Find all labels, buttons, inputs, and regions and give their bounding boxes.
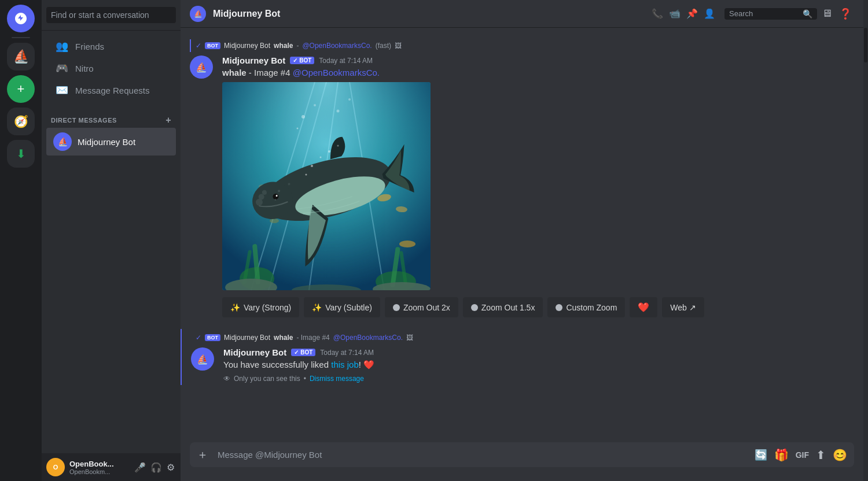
sparkle-icon-2: ✨ <box>312 303 322 312</box>
header-sender-1: Midjourney Bot <box>224 42 270 50</box>
friends-nav-item[interactable]: 👥 Friends <box>46 35 176 57</box>
image-action-icons: 📞 📹 📌 👤 <box>645 3 722 24</box>
explore-button[interactable]: 🧭 <box>7 108 35 135</box>
direct-messages-header: DIRECT MESSAGES + <box>42 106 181 128</box>
author-line-1: Midjourney Bot ✓ BOT Today at 7:14 AM <box>222 56 854 65</box>
message-requests-label: Message Requests <box>75 86 149 95</box>
bot-badge-header-2: BOT <box>205 334 220 341</box>
server-icon-boat[interactable]: ⛵ <box>7 43 35 71</box>
scrollbar-thumb <box>864 28 867 62</box>
upload-button[interactable]: ⬆ <box>814 443 828 467</box>
whale-image-container <box>222 82 854 290</box>
svg-point-40 <box>306 174 307 176</box>
inbox-button[interactable]: 🖥 <box>819 5 834 22</box>
user-area: O OpenBook... OpenBookm... 🎤 🎧 ⚙ <box>42 453 181 481</box>
zoom-out-1-5x-button[interactable]: Zoom Out 1.5x <box>463 297 543 317</box>
message-requests-icon: ✉️ <box>56 84 68 97</box>
message-header-1: ✓ BOT Midjourney Bot whale - @OpenBookma… <box>190 39 854 52</box>
header-speed-1: (fast) <box>376 42 391 50</box>
user-status: OpenBookm... <box>69 468 128 475</box>
svg-point-17 <box>270 219 279 223</box>
header-mention-1: @OpenBookmarksCo. <box>302 42 372 50</box>
action-buttons-1: ✨ Vary (Strong) ✨ Vary (Subtle) Zoom Out… <box>222 297 854 317</box>
download-button[interactable]: ⬇ <box>7 140 35 168</box>
dm-sidebar: 👥 Friends 🎮 Nitro ✉️ Message Requests DI… <box>42 0 181 481</box>
user-controls: 🎤 🎧 ⚙ <box>133 461 176 474</box>
svg-point-23 <box>348 98 351 101</box>
midjourney-button[interactable]: 🔄 <box>752 444 770 466</box>
midjourney-bot-avatar: ⛵ <box>53 132 72 151</box>
message-input-box: ＋ 🔄 🎁 GIF ⬆ 😊 <box>190 442 854 467</box>
header-separator-2: - Image #4 <box>296 334 329 342</box>
svg-point-38 <box>328 150 330 153</box>
input-right-buttons: 🔄 🎁 GIF ⬆ 😊 <box>752 443 849 467</box>
emoji-button[interactable]: 😊 <box>830 443 849 467</box>
header-icons-group: 📞 📹 📌 👤 🔍 🖥 ❓ <box>645 3 854 24</box>
friends-label: Friends <box>75 42 104 51</box>
gift-button[interactable]: 🎁 <box>772 443 791 467</box>
header-prompt-2: whale <box>274 334 293 342</box>
message-input[interactable] <box>215 443 748 466</box>
dm-item-midjourney-bot[interactable]: ⛵ Midjourney Bot <box>46 128 176 156</box>
header-prompt-1: whale <box>274 42 293 50</box>
attach-button[interactable]: ＋ <box>194 442 211 467</box>
scrollbar[interactable] <box>863 0 868 481</box>
add-dm-button[interactable]: + <box>165 115 171 125</box>
zoom-out-2x-button[interactable]: Zoom Out 2x <box>385 297 458 317</box>
deafen-button[interactable]: 🎧 <box>149 461 163 474</box>
search-icon: 🔍 <box>803 9 812 18</box>
check-icon-2: ✓ <box>294 349 299 356</box>
server-divider <box>12 37 30 38</box>
message-avatar-2: ⛵ <box>191 347 214 371</box>
nitro-icon: 🎮 <box>56 62 68 75</box>
message-timestamp-2: Today at 7:14 AM <box>320 349 374 357</box>
settings-button[interactable]: ⚙ <box>165 461 176 474</box>
message-requests-nav-item[interactable]: ✉️ Message Requests <box>46 79 176 101</box>
vary-strong-button[interactable]: ✨ Vary (Strong) <box>222 297 299 317</box>
svg-point-20 <box>301 115 305 119</box>
bot-badge-header-1: BOT <box>205 42 220 49</box>
download-icon: ⬇ <box>16 147 26 161</box>
search-bar <box>42 0 181 31</box>
vary-subtle-button[interactable]: ✨ Vary (Subtle) <box>304 297 380 317</box>
svg-point-22 <box>337 110 340 113</box>
svg-point-39 <box>337 145 339 147</box>
sparkle-icon-1: ✨ <box>230 303 240 312</box>
message-input-area: ＋ 🔄 🎁 GIF ⬆ 😊 <box>181 442 863 481</box>
text-sep-1: - Image #4 <box>247 68 293 77</box>
video-button[interactable]: 📹 <box>667 6 683 21</box>
bot-badge-2: ✓ BOT <box>291 349 315 356</box>
message-group-2: ✓ BOT Midjourney Bot whale - Image #4 @O… <box>181 329 863 385</box>
add-member-button[interactable]: 👤 <box>701 6 718 21</box>
message-group-1: ✓ BOT Midjourney Bot whale - @OpenBookma… <box>181 37 863 320</box>
custom-zoom-button[interactable]: Custom Zoom <box>547 297 625 317</box>
nitro-nav-item[interactable]: 🎮 Nitro <box>46 57 176 79</box>
heart-button[interactable]: ❤️ <box>630 297 657 317</box>
visibility-text: Only you can see this <box>234 375 300 383</box>
help-button[interactable]: ❓ <box>837 5 854 23</box>
pin-button[interactable]: 📌 <box>684 6 700 21</box>
web-label: Web ↗ <box>670 303 696 312</box>
call-button[interactable]: 📞 <box>649 6 665 21</box>
text-mention-1: @OpenBookmarksCo. <box>293 68 380 77</box>
direct-messages-label: DIRECT MESSAGES <box>51 117 117 124</box>
add-server-button[interactable]: + <box>7 75 35 103</box>
mute-button[interactable]: 🎤 <box>133 461 147 474</box>
web-button[interactable]: Web ↗ <box>662 297 704 317</box>
text-bold-1: whale <box>222 68 247 77</box>
dismiss-message-link[interactable]: Dismiss message <box>310 375 364 383</box>
messages-area[interactable]: ✓ BOT Midjourney Bot whale - @OpenBookma… <box>181 28 863 442</box>
message-text-1: whale - Image #4 @OpenBookmarksCo. <box>222 68 854 77</box>
this-job-link[interactable]: this job <box>331 360 359 369</box>
bot-badge-1: ✓ BOT <box>290 57 314 64</box>
chat-search-input[interactable] <box>729 9 799 18</box>
chat-header: ⛵ Midjourney Bot 📞 📹 📌 👤 🔍 🖥 ❓ <box>181 0 863 28</box>
header-sender-2: Midjourney Bot <box>224 334 270 342</box>
visibility-line: 👁 Only you can see this • Dismiss messag… <box>223 375 854 383</box>
search-input[interactable] <box>46 7 176 23</box>
chat-header-avatar: ⛵ <box>190 6 206 22</box>
home-button[interactable] <box>7 5 35 32</box>
gif-button[interactable]: GIF <box>793 446 811 464</box>
check-icon: ✓ <box>293 57 297 64</box>
message-text-2: You have successfully liked this job! ❤️ <box>223 360 854 370</box>
